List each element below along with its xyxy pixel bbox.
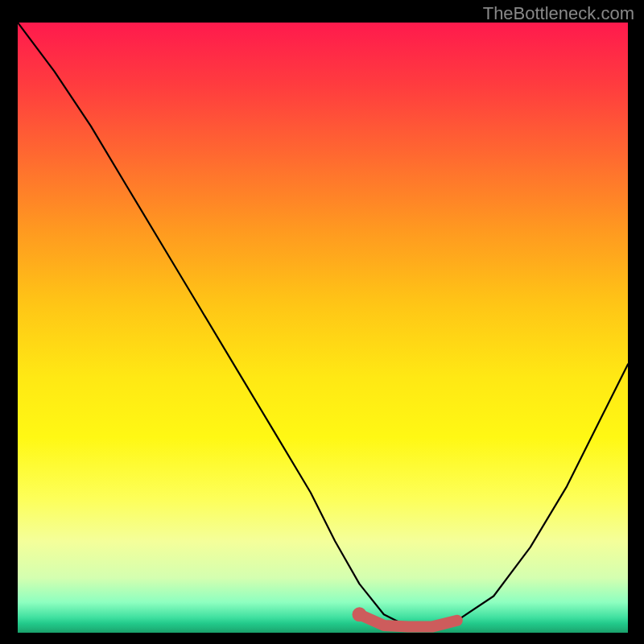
watermark-text: TheBottleneck.com	[483, 3, 634, 24]
highlight-segment	[360, 614, 457, 626]
highlight-start-dot	[353, 607, 367, 621]
main-curve	[18, 23, 628, 626]
chart-area	[18, 23, 628, 633]
chart-svg	[18, 23, 628, 633]
